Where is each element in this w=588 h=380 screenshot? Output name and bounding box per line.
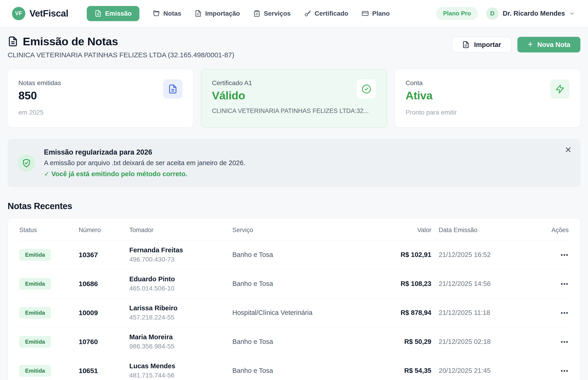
status-badge: Emitida xyxy=(19,307,51,319)
column-header-service: Serviço xyxy=(232,227,379,234)
plus-icon: + xyxy=(528,40,532,49)
page-actions: Importar + Nova Nota xyxy=(452,37,580,53)
customer-document: 481.715.744-56 xyxy=(129,372,232,379)
main-content: Emissão de Notas CLINICA VETERINARIA PAT… xyxy=(0,27,588,380)
nav-tab-emissao[interactable]: Emissão xyxy=(87,6,139,21)
stat-cards: Notas emitidas 850 em 2025 Certificado A… xyxy=(8,69,580,127)
customer-name: Larissa Ribeiro xyxy=(129,304,232,312)
nav-tab-certificado[interactable]: Certificado xyxy=(304,6,348,21)
stat-sub: Pronto para emitir xyxy=(406,109,569,116)
note-value: R$ 108,23 xyxy=(379,280,431,287)
stat-label: Certificado A1 xyxy=(212,79,376,87)
stat-icon-wrap xyxy=(550,79,569,99)
stat-label: Notas emitidas xyxy=(19,79,182,87)
page-subtitle: CLINICA VETERINARIA PATINHAS FELIZES LTD… xyxy=(8,51,234,59)
page-header-text: Emissão de Notas CLINICA VETERINARIA PAT… xyxy=(8,35,234,59)
ellipsis-icon[interactable]: ••• xyxy=(558,337,569,346)
import-button-label: Importar xyxy=(474,41,501,49)
recent-notes-heading: Notas Recentes xyxy=(8,201,580,211)
stat-value: Ativa xyxy=(406,89,569,102)
stat-card-certificado: Certificado A1 Válido CLINICA VETERINARI… xyxy=(201,69,387,127)
page-header: Emissão de Notas CLINICA VETERINARIA PAT… xyxy=(8,35,580,59)
document-icon xyxy=(8,36,18,47)
brand-logo-icon: VF xyxy=(12,7,25,20)
note-number: 10367 xyxy=(79,251,129,259)
customer-name: Eduardo Pinto xyxy=(129,275,232,283)
note-value: R$ 878,94 xyxy=(379,309,431,317)
alert-title: Emissão regularizada para 2026 xyxy=(44,148,245,156)
emission-date: 21/12/2025 11:18 xyxy=(431,309,518,317)
service-name: Banho e Tosa xyxy=(232,251,379,259)
column-header-customer: Tomador xyxy=(129,227,232,234)
key-icon xyxy=(304,10,311,17)
note-number: 10686 xyxy=(79,280,129,288)
note-value: R$ 102,91 xyxy=(379,251,431,259)
service-name: Banho e Tosa xyxy=(232,367,379,375)
avatar: D xyxy=(486,7,498,20)
service-name: Hospital/Clínica Veterinária xyxy=(232,309,379,317)
nav-tab-servicos[interactable]: Serviços xyxy=(253,6,291,21)
file-text-icon xyxy=(95,10,102,17)
emission-date: 21/12/2025 16:52 xyxy=(431,251,518,259)
document-icon xyxy=(168,84,178,94)
status-badge: Emitida xyxy=(19,365,51,377)
alert-banner: Emissão regularizada para 2026 A emissão… xyxy=(8,139,580,187)
ellipsis-icon[interactable]: ••• xyxy=(558,308,569,317)
emission-date: 21/12/2025 02:18 xyxy=(431,338,518,345)
page-title: Emissão de Notas xyxy=(23,35,118,48)
chevron-down-icon xyxy=(569,11,575,17)
alert-icon-wrap xyxy=(18,154,35,172)
customer-name: Fernanda Freitas xyxy=(129,246,232,254)
brand-logo[interactable]: VF VetFiscal xyxy=(12,7,68,20)
stat-value: 850 xyxy=(19,89,182,102)
import-button[interactable]: Importar xyxy=(452,37,512,53)
column-header-value: Valor xyxy=(379,227,431,234)
alert-success-note: ✓ Você já está emitindo pelo método corr… xyxy=(44,170,245,178)
customer-document: 465.014.506-10 xyxy=(129,285,232,292)
column-header-number: Número xyxy=(79,227,129,234)
new-note-button-label: Nova Nota xyxy=(537,41,570,49)
nav-tab-notas[interactable]: Notas xyxy=(153,6,181,21)
clipboard-icon xyxy=(253,10,260,17)
column-header-status: Status xyxy=(19,227,79,234)
folder-icon xyxy=(153,10,160,17)
recent-notes-table: Status Número Tomador Serviço Valor Data… xyxy=(8,218,580,380)
nav-tab-label: Notas xyxy=(163,10,181,17)
ellipsis-icon[interactable]: ••• xyxy=(558,366,569,375)
customer-name: Maria Moreira xyxy=(129,333,232,341)
stat-card-notas-emitidas: Notas emitidas 850 em 2025 xyxy=(8,69,193,127)
ellipsis-icon[interactable]: ••• xyxy=(558,250,569,260)
lightning-icon xyxy=(555,84,565,94)
table-row: Emitida 10760 Maria Moreira 986.356.984-… xyxy=(19,327,569,356)
table-row: Emitida 10651 Lucas Mendes 481.715.744-5… xyxy=(19,356,569,380)
stat-card-conta: Conta Ativa Pronto para emitir xyxy=(395,69,580,127)
column-header-date: Data Emissão xyxy=(431,227,518,234)
top-navigation-bar: VF VetFiscal Emissão Notas Importação Se… xyxy=(0,0,588,27)
topbar-right: Plano Pro D Dr. Ricardo Mendes xyxy=(436,7,575,20)
user-menu[interactable]: D Dr. Ricardo Mendes xyxy=(486,7,575,20)
stat-value: Válido xyxy=(212,89,376,102)
stat-label: Conta xyxy=(406,79,569,87)
new-note-button[interactable]: + Nova Nota xyxy=(517,37,580,53)
nav-tab-importacao[interactable]: Importação xyxy=(195,6,240,21)
user-name: Dr. Ricardo Mendes xyxy=(503,10,565,17)
check-circle-icon xyxy=(362,84,371,94)
stat-icon-wrap xyxy=(163,79,182,99)
close-icon[interactable]: ✕ xyxy=(565,146,572,154)
nav-tab-label: Importação xyxy=(205,10,240,17)
table-row: Emitida 10367 Fernanda Freitas 496.700.4… xyxy=(19,240,569,269)
emission-date: 21/12/2025 14:56 xyxy=(431,280,518,287)
table-header-row: Status Número Tomador Serviço Valor Data… xyxy=(19,218,569,240)
note-value: R$ 54,35 xyxy=(379,367,431,375)
emission-date: 20/12/2025 21:45 xyxy=(431,367,518,375)
main-nav: Emissão Notas Importação Serviços Certif… xyxy=(87,6,390,21)
stat-sub: CLINICA VETERINARIA PATINHAS FELIZES LTD… xyxy=(212,107,376,114)
note-value: R$ 50,29 xyxy=(379,338,431,345)
stat-sub: em 2025 xyxy=(19,109,182,116)
note-number: 10760 xyxy=(79,338,129,346)
ellipsis-icon[interactable]: ••• xyxy=(558,279,569,288)
nav-tab-plano[interactable]: Plano xyxy=(362,6,390,21)
brand-name: VetFiscal xyxy=(29,8,68,19)
customer-document: 496.700.430-73 xyxy=(129,256,232,263)
customer-document: 457.218.224-55 xyxy=(129,314,232,321)
